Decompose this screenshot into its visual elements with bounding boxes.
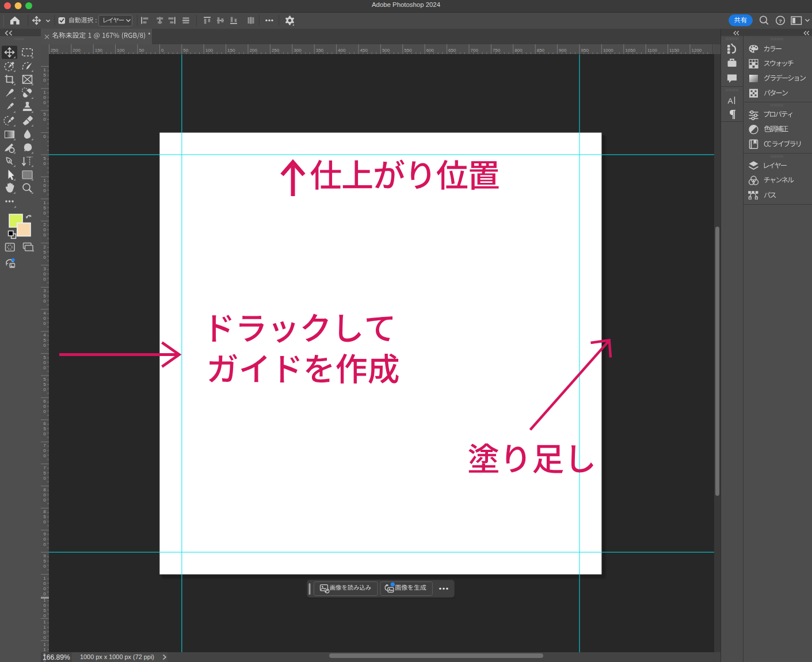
svg-text:5: 5 bbox=[43, 377, 46, 382]
svg-text:0: 0 bbox=[43, 78, 46, 83]
svg-text:5: 5 bbox=[43, 205, 46, 211]
svg-text:6: 6 bbox=[43, 399, 46, 404]
svg-text:0: 0 bbox=[43, 299, 46, 304]
svg-text:0: 0 bbox=[161, 48, 164, 53]
svg-text:0: 0 bbox=[43, 519, 46, 525]
svg-text:1050: 1050 bbox=[625, 48, 635, 53]
svg-text:7: 7 bbox=[43, 465, 46, 470]
svg-text:1000 px x 1000 px (72 ppi): 1000 px x 1000 px (72 ppi) bbox=[80, 653, 154, 660]
svg-text:9: 9 bbox=[43, 553, 46, 558]
svg-text:5: 5 bbox=[43, 382, 46, 387]
svg-text:0: 0 bbox=[43, 271, 46, 277]
svg-text:0: 0 bbox=[43, 581, 46, 586]
svg-text:0: 0 bbox=[43, 603, 46, 608]
svg-text:500: 500 bbox=[382, 48, 390, 53]
svg-text:0: 0 bbox=[43, 630, 46, 635]
svg-text:5: 5 bbox=[43, 426, 46, 431]
svg-text:1: 1 bbox=[43, 598, 46, 603]
svg-text:0: 0 bbox=[43, 431, 46, 437]
svg-text:0: 0 bbox=[43, 277, 46, 282]
svg-text:0: 0 bbox=[43, 365, 46, 370]
svg-text:0: 0 bbox=[43, 188, 46, 193]
svg-text:3: 3 bbox=[43, 266, 46, 271]
svg-text:900: 900 bbox=[559, 48, 567, 53]
svg-text:0: 0 bbox=[43, 117, 46, 122]
svg-text:450: 450 bbox=[360, 48, 368, 53]
svg-text:350: 350 bbox=[316, 48, 324, 53]
svg-text:0: 0 bbox=[43, 161, 46, 166]
svg-text:0: 0 bbox=[43, 476, 46, 481]
svg-text:0: 0 bbox=[43, 211, 46, 216]
svg-text:6: 6 bbox=[43, 421, 46, 426]
svg-text:950: 950 bbox=[581, 48, 589, 53]
svg-text:0: 0 bbox=[43, 387, 46, 392]
svg-text:4: 4 bbox=[43, 311, 46, 316]
svg-text:5: 5 bbox=[43, 470, 46, 476]
svg-text:1: 1 bbox=[43, 200, 46, 205]
svg-text:4: 4 bbox=[43, 332, 46, 338]
svg-text:0: 0 bbox=[43, 409, 46, 414]
svg-text:5: 5 bbox=[43, 72, 46, 78]
svg-text:Adobe Photoshop 2024: Adobe Photoshop 2024 bbox=[372, 1, 440, 8]
svg-text:5: 5 bbox=[43, 112, 46, 117]
svg-text:0: 0 bbox=[43, 591, 46, 596]
svg-text:1: 1 bbox=[43, 642, 46, 647]
svg-text:1: 1 bbox=[43, 90, 46, 95]
svg-text:0: 0 bbox=[43, 564, 46, 569]
svg-text:200: 200 bbox=[250, 48, 258, 53]
svg-text:50: 50 bbox=[139, 48, 144, 53]
svg-text:5: 5 bbox=[43, 156, 46, 161]
svg-text:1200: 1200 bbox=[692, 48, 702, 53]
svg-text:400: 400 bbox=[338, 48, 346, 53]
svg-text:3: 3 bbox=[43, 288, 46, 293]
svg-text:1: 1 bbox=[43, 625, 46, 630]
svg-text:100: 100 bbox=[117, 48, 125, 53]
svg-text:0: 0 bbox=[43, 537, 46, 542]
svg-text:250: 250 bbox=[51, 48, 59, 53]
svg-text:8: 8 bbox=[43, 509, 46, 514]
svg-text:150: 150 bbox=[227, 48, 235, 53]
svg-text:166.89%: 166.89% bbox=[43, 653, 70, 661]
svg-text:5: 5 bbox=[43, 514, 46, 519]
svg-text:1: 1 bbox=[43, 619, 46, 625]
svg-text:1000: 1000 bbox=[603, 48, 613, 53]
svg-text:8: 8 bbox=[43, 487, 46, 492]
svg-text:1150: 1150 bbox=[669, 48, 680, 53]
svg-text:0: 0 bbox=[43, 448, 46, 453]
svg-text:0: 0 bbox=[43, 343, 46, 348]
svg-text:1: 1 bbox=[43, 647, 46, 652]
svg-text:0: 0 bbox=[43, 95, 46, 100]
svg-text:0: 0 bbox=[43, 227, 46, 232]
svg-text:0: 0 bbox=[43, 360, 46, 365]
svg-text:5: 5 bbox=[43, 558, 46, 564]
svg-text:7: 7 bbox=[43, 443, 46, 448]
svg-text:2: 2 bbox=[43, 222, 46, 227]
svg-text:850: 850 bbox=[537, 48, 545, 53]
svg-text:1: 1 bbox=[43, 576, 46, 581]
svg-text:5: 5 bbox=[43, 355, 46, 360]
svg-text:0: 0 bbox=[43, 635, 46, 640]
svg-text:0: 0 bbox=[43, 498, 46, 503]
svg-text:250: 250 bbox=[272, 48, 280, 53]
svg-text:0: 0 bbox=[43, 453, 46, 458]
svg-text:5: 5 bbox=[43, 338, 46, 343]
svg-text:0: 0 bbox=[43, 404, 46, 409]
svg-text:750: 750 bbox=[493, 48, 501, 53]
svg-text:700: 700 bbox=[471, 48, 479, 53]
svg-text:0: 0 bbox=[43, 134, 46, 139]
svg-text:0: 0 bbox=[43, 321, 46, 326]
svg-text:A: A bbox=[727, 97, 733, 105]
svg-text:800: 800 bbox=[514, 48, 523, 53]
svg-text:9: 9 bbox=[43, 531, 46, 537]
svg-text:?: ? bbox=[779, 18, 782, 24]
svg-text:0: 0 bbox=[43, 255, 46, 260]
svg-text:0: 0 bbox=[43, 586, 46, 591]
svg-text:5: 5 bbox=[43, 608, 46, 613]
svg-text:550: 550 bbox=[404, 48, 412, 53]
svg-text:1: 1 bbox=[43, 178, 46, 183]
svg-text:0: 0 bbox=[43, 232, 46, 238]
svg-text:300: 300 bbox=[293, 48, 302, 53]
svg-text:200: 200 bbox=[73, 48, 81, 53]
svg-text:600: 600 bbox=[426, 48, 434, 53]
svg-text:150: 150 bbox=[95, 48, 103, 53]
